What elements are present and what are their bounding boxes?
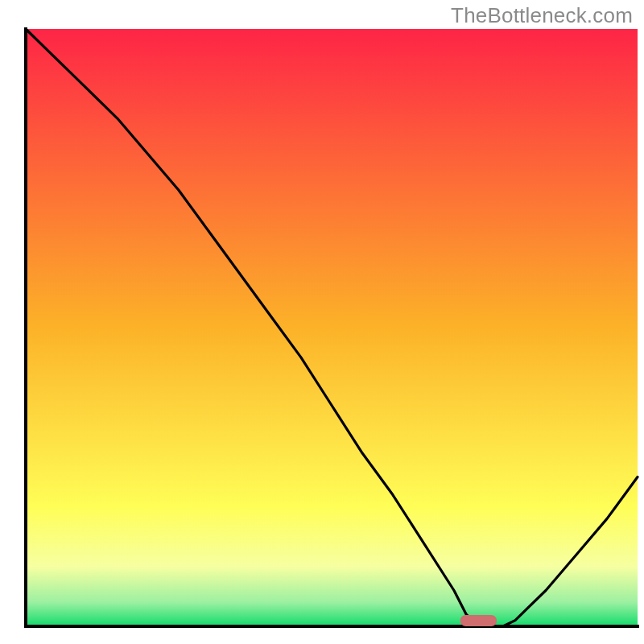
optimal-marker <box>460 615 497 626</box>
watermark-label: TheBottleneck.com <box>451 3 633 28</box>
chart-canvas <box>0 0 644 644</box>
chart-frame: TheBottleneck.com <box>0 0 644 644</box>
plot-area <box>24 27 639 628</box>
